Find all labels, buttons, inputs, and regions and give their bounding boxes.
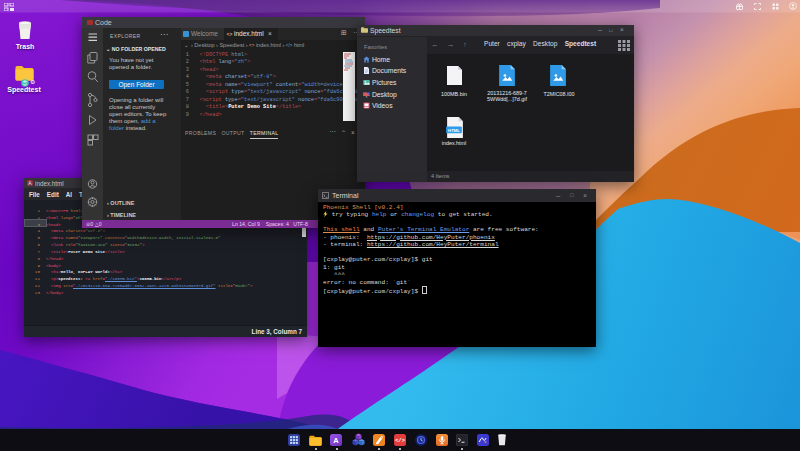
svg-text:HTML: HTML — [448, 127, 460, 132]
svg-text:A: A — [333, 436, 339, 445]
svg-text:</>: </> — [395, 437, 406, 444]
